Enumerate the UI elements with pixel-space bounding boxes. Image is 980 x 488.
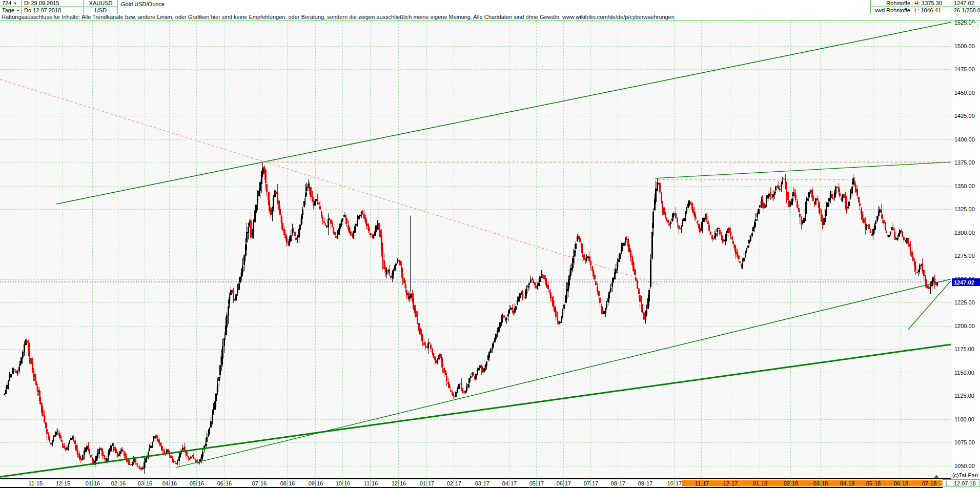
last-candle-triangle-icon: [934, 475, 939, 478]
date-to-cell[interactable]: Do 12.07.2018: [22, 7, 84, 14]
time-axis-month-label: 05: [525, 480, 536, 486]
period-unit-dropdown[interactable]: Tage ▼: [0, 7, 22, 14]
last-price-header-label: 1247.02: [954, 0, 974, 6]
time-axis-tick: [790, 480, 791, 486]
application-window: 724 ▼ Di 29.09.2015 XAUUSD Tage ▼ Do 12.…: [0, 0, 980, 488]
time-axis-tick: [509, 480, 509, 486]
time-axis-month-label: 05: [186, 480, 196, 486]
time-axis-month-label: 10: [332, 480, 342, 486]
time-axis-month-label: 09: [634, 480, 644, 486]
time-axis-month-label: 04: [158, 480, 169, 486]
currency-cell: USD: [84, 7, 118, 14]
time-axis-tick: [590, 480, 591, 486]
time-axis-year-label: 16: [198, 480, 204, 486]
price-axis-label: 1300.00: [954, 230, 980, 236]
time-axis-year-label: 18: [761, 480, 767, 486]
date-from-cell[interactable]: Di 29.09.2015: [22, 0, 84, 7]
last-flag-cell: L: [943, 479, 951, 487]
time-axis-year-label: 16: [146, 480, 152, 486]
time-axis-tick: [873, 480, 873, 486]
market-cell: Rohstoffe: [870, 0, 912, 7]
time-axis-month-label: 03: [471, 480, 481, 486]
time-axis-month-label: 09: [304, 480, 315, 486]
time-axis-tick: [370, 480, 371, 486]
high-cell: H: 1375.30: [912, 0, 951, 7]
price-axis-label: 1175.00: [954, 346, 980, 352]
last-price-marker-label: 1247.02: [954, 279, 974, 286]
time-axis-tick: [315, 480, 316, 486]
chart-plot-area[interactable]: [0, 21, 951, 478]
time-axis-month-label: 07: [248, 480, 258, 486]
time-axis-year-label: 16: [260, 480, 267, 486]
price-axis: 1050.001075.001100.001125.001150.001175.…: [951, 21, 980, 478]
time-axis-tick: [398, 480, 399, 486]
time-axis-year-label: 15: [64, 480, 70, 486]
time-axis-month-label: 04: [836, 480, 846, 486]
time-axis-month-label: 03: [809, 480, 820, 486]
time-axis-tick: [224, 480, 224, 486]
time-axis-tick: [259, 480, 259, 486]
time-axis: 1115121501160216031604160516061607160816…: [0, 479, 980, 488]
time-axis-tick: [847, 480, 847, 486]
last-date-cell: 12.07.18: [951, 479, 980, 487]
time-axis-year-label: 17: [731, 480, 738, 486]
price-axis-label: 1125.00: [954, 393, 980, 399]
time-axis-tick: [454, 480, 454, 486]
time-axis-month-label: 10: [663, 480, 673, 486]
price-axis-label: 1475.00: [954, 66, 980, 72]
price-axis-label: 1350.00: [954, 183, 980, 189]
date-to-label: Do 12.07.2018: [24, 7, 61, 13]
period-value-dropdown[interactable]: 724 ▼: [0, 0, 22, 7]
time-axis-year-label: 17: [565, 480, 571, 486]
time-axis-month-label: 01: [749, 480, 759, 486]
time-axis-tick: [196, 480, 197, 486]
price-axis-label: 1500.00: [954, 43, 980, 49]
time-axis-year-label: 18: [822, 480, 828, 486]
last-price-cell: 1247.02: [952, 0, 980, 7]
time-axis-month-label: 12: [387, 480, 398, 486]
time-axis-month-label: 08: [276, 480, 287, 486]
price-axis-label: 1400.00: [954, 136, 980, 143]
time-axis-month-label: 07: [580, 480, 590, 486]
time-axis-tick: [563, 480, 564, 486]
time-axis-year-label: 16: [226, 480, 232, 486]
price-axis-label: 1450.00: [954, 90, 980, 96]
symbol-cell: XAUUSD: [84, 0, 118, 7]
time-axis-month-label: 11: [359, 480, 370, 486]
time-axis-tick: [482, 480, 482, 486]
chart-title: Gold USD/Ounce: [121, 1, 165, 7]
time-axis-year-label: 17: [646, 480, 652, 486]
time-axis-tick: [536, 480, 537, 486]
time-axis-year-label: 16: [289, 480, 295, 486]
time-axis-year-label: 16: [344, 480, 350, 486]
market-label: Rohstoffe: [886, 0, 910, 6]
time-axis-tick: [92, 480, 93, 486]
time-axis-month-label: 12: [719, 480, 729, 486]
currency-label: USD: [95, 7, 107, 13]
price-axis-label: 1200.00: [954, 323, 980, 329]
time-axis-tick: [118, 480, 118, 486]
time-axis-month-label: 02: [780, 480, 790, 486]
time-axis-tick: [645, 480, 645, 486]
dropdown-caret-icon: ▼: [16, 9, 20, 12]
low-label: L: 1046.41: [914, 7, 941, 13]
price-axis-label: 1075.00: [954, 439, 980, 445]
time-axis-tick: [35, 480, 35, 486]
time-axis-tick: [145, 480, 145, 486]
chart-resize-handle-icon[interactable]: [972, 23, 977, 27]
price-axis-label: 1225.00: [954, 299, 980, 306]
price-chart-canvas[interactable]: [0, 21, 951, 478]
high-label: H: 1375.30: [914, 0, 942, 6]
time-axis-tick: [426, 480, 427, 486]
time-axis-tick: [169, 480, 170, 486]
time-axis-month-label: 07: [918, 480, 928, 486]
disclaimer-text: Haftungsausschluss für Inhalte: Alle Tre…: [2, 14, 675, 20]
price-axis-label: 1425.00: [954, 113, 980, 119]
copyright-label: (c)Tai-Pan: [951, 472, 978, 478]
time-axis-tick: [929, 480, 929, 486]
feed-cell: vwd Rohstoffe: [870, 7, 912, 14]
period-unit-label: Tage: [2, 7, 14, 13]
time-axis-month-label: 02: [107, 480, 117, 486]
time-axis-month-label: 02: [443, 480, 453, 486]
time-axis-month-label: 11: [24, 480, 34, 486]
